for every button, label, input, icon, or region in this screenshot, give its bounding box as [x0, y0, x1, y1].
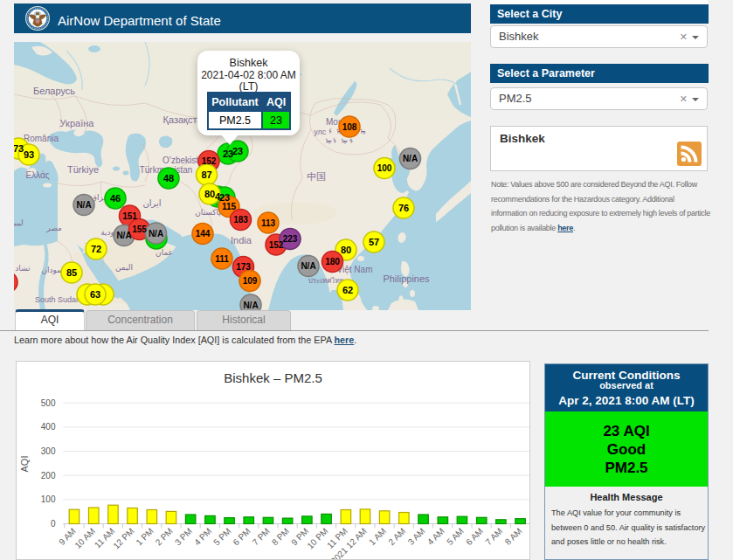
svg-text:3 PM: 3 PM: [173, 526, 194, 547]
svg-text:93: 93: [24, 149, 34, 160]
svg-text:173: 173: [236, 262, 251, 272]
svg-text:223: 223: [283, 234, 298, 244]
svg-text:115: 115: [222, 202, 237, 211]
svg-text:200: 200: [41, 471, 56, 480]
svg-text:5 PM: 5 PM: [211, 526, 232, 547]
svg-text:Philippines: Philippines: [383, 273, 430, 284]
svg-text:62: 62: [342, 285, 353, 295]
svg-text:183: 183: [233, 215, 248, 225]
svg-text:85: 85: [66, 267, 77, 278]
svg-text:73: 73: [14, 143, 24, 154]
svg-text:46: 46: [110, 193, 121, 204]
svg-text:155: 155: [132, 225, 147, 234]
svg-text:4 PM: 4 PM: [192, 526, 213, 547]
svg-text:N/A: N/A: [301, 261, 315, 271]
svg-text:ᠤᠯᠤᠰ: ᠤᠯᠤᠰ: [325, 137, 356, 146]
svg-text:80: 80: [341, 245, 351, 255]
svg-text:300: 300: [41, 446, 56, 456]
svg-text:87: 87: [201, 169, 211, 180]
svg-text:100: 100: [377, 163, 392, 173]
svg-text:12 PM: 12 PM: [111, 526, 135, 550]
svg-text:8 AM: 8 AM: [503, 526, 524, 547]
svg-text:South Sudan: South Sudan: [35, 295, 80, 304]
svg-text:6 PM: 6 PM: [231, 526, 252, 547]
svg-text:N/A: N/A: [116, 231, 131, 240]
svg-text:57: 57: [369, 237, 379, 247]
svg-text:Україна: Україна: [60, 118, 95, 128]
svg-text:500: 500: [41, 398, 56, 408]
svg-text:N/A: N/A: [243, 301, 258, 310]
svg-text:N/A: N/A: [403, 154, 418, 163]
svg-text:پاکستان: پاکستان: [195, 208, 221, 217]
svg-text:N/A: N/A: [149, 229, 163, 239]
svg-text:اليمن: اليمن: [115, 263, 133, 272]
svg-text:AQI: AQI: [19, 456, 30, 473]
svg-text:152: 152: [202, 156, 217, 166]
svg-text:6 AM: 6 AM: [464, 526, 485, 547]
svg-text:2 PM: 2 PM: [154, 526, 175, 547]
svg-text:108: 108: [342, 122, 357, 132]
svg-text:180: 180: [325, 257, 340, 266]
svg-text:ايران: ايران: [142, 198, 161, 208]
svg-text:113: 113: [261, 218, 276, 228]
svg-text:151: 151: [122, 211, 137, 221]
svg-text:10 PM: 10 PM: [305, 526, 329, 550]
svg-text:109: 109: [243, 276, 258, 286]
svg-text:ประเทศไทย: ประเทศไทย: [308, 277, 344, 285]
svg-text:تشاد: تشاد: [15, 264, 31, 273]
svg-text:76: 76: [398, 203, 409, 213]
svg-text:72: 72: [91, 244, 101, 254]
svg-text:5 AM: 5 AM: [445, 526, 466, 547]
svg-text:4 AM: 4 AM: [425, 526, 446, 547]
svg-text:Türkiye: Türkiye: [67, 164, 99, 175]
svg-text:152: 152: [269, 240, 284, 250]
svg-text:48: 48: [163, 173, 174, 183]
svg-text:400: 400: [41, 422, 56, 432]
svg-text:7 AM: 7 AM: [483, 526, 504, 547]
svg-text:63: 63: [90, 289, 100, 300]
svg-text:144: 144: [196, 229, 211, 239]
svg-text:7 PM: 7 PM: [251, 526, 272, 547]
svg-text:مصر: مصر: [45, 224, 62, 232]
svg-text:2 AM: 2 AM: [386, 526, 407, 547]
svg-text:India: India: [231, 235, 252, 245]
svg-text:Беларусь: Беларусь: [33, 86, 75, 96]
svg-text:8 PM: 8 PM: [270, 526, 291, 547]
svg-text:ليبيا: ليبيا: [14, 218, 24, 227]
svg-text:Ελλάς: Ελλάς: [25, 170, 49, 180]
svg-text:10 AM: 10 AM: [73, 526, 97, 550]
svg-text:1 PM: 1 PM: [134, 526, 155, 547]
svg-text:111: 111: [215, 254, 229, 264]
svg-text:100: 100: [41, 494, 56, 504]
svg-text:中国: 中国: [307, 171, 326, 182]
svg-text:3 AM: 3 AM: [406, 526, 427, 547]
svg-text:23: 23: [232, 146, 243, 156]
svg-text:0: 0: [51, 519, 56, 529]
svg-text:1 AM: 1 AM: [367, 526, 388, 547]
svg-text:80: 80: [204, 189, 215, 199]
svg-text:N/A: N/A: [76, 200, 91, 210]
svg-text:România: România: [24, 134, 59, 143]
